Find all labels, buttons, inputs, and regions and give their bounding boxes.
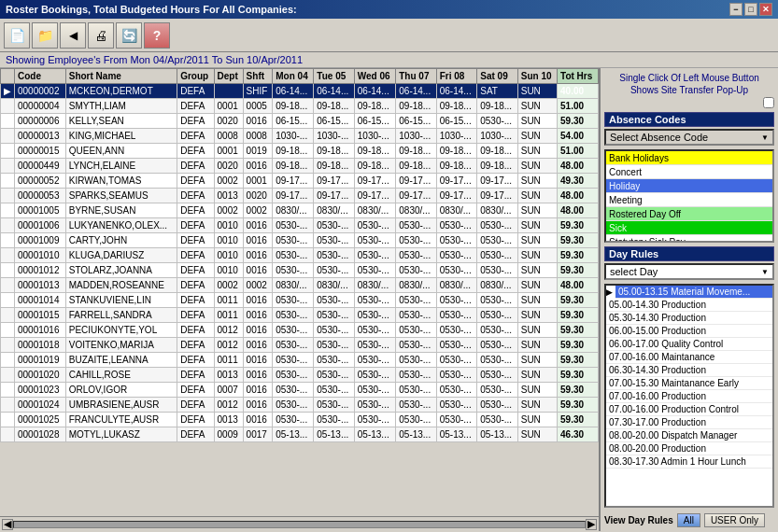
day-rule-7[interactable]: 07.00-15.30 Maintanance Early xyxy=(606,377,772,390)
col-thu[interactable]: Thu 07 xyxy=(396,69,436,84)
absence-sick[interactable]: Sick xyxy=(606,221,772,235)
table-row[interactable]: 00001014STANKUVIENE,LINDEFA001100160530-… xyxy=(1,293,599,308)
all-button[interactable]: All xyxy=(677,513,700,527)
absence-code-select[interactable]: Select Absence Code ▼ xyxy=(604,129,774,146)
user-only-button[interactable]: USER Only xyxy=(704,513,765,527)
day-rule-13[interactable]: 08.30-17.30 Admin 1 Hour Lunch xyxy=(606,455,772,469)
absence-meeting[interactable]: Meeting xyxy=(606,193,772,207)
table-row[interactable]: 00001024UMBRASIENE,AUSRDEFA001200160530-… xyxy=(1,398,599,413)
date-range-text: Showing Employee's From Mon 04/Apr/2011 … xyxy=(6,54,303,65)
absence-holiday[interactable]: Holiday xyxy=(606,179,772,193)
col-tot[interactable]: Tot Hrs xyxy=(558,69,599,84)
day-rules-header: Day Rules xyxy=(604,246,774,261)
table-row[interactable]: 00000013KING,MICHAELDEFA000800081030-...… xyxy=(1,129,599,144)
table-row[interactable]: 00001020CAHILL,ROSEDEFA001300160530-...0… xyxy=(1,368,599,383)
roster-table-container[interactable]: Code Short Name Group Dept Shft Mon 04 T… xyxy=(0,68,599,516)
table-row[interactable]: 00001025FRANCULYTE,AUSRDEFA001300160530-… xyxy=(1,413,599,427)
table-row[interactable]: 00001009CARTY,JOHNDEFA001000160530-...05… xyxy=(1,233,599,248)
table-row[interactable]: 00001016PECIUKONYTE,YOLDEFA001200160530-… xyxy=(1,323,599,338)
refresh-button[interactable]: 🔄 xyxy=(116,22,142,49)
close-button[interactable]: ✕ xyxy=(759,3,772,16)
table-row[interactable]: 00001019BUZAITE,LEANNADEFA001100160530-.… xyxy=(1,353,599,368)
scroll-right-btn[interactable]: ▶ xyxy=(586,519,597,530)
info-bar: Showing Employee's From Mon 04/Apr/2011 … xyxy=(0,52,778,68)
table-row[interactable]: 00001023ORLOV,IGORDEFA000700160530-...05… xyxy=(1,383,599,398)
table-row[interactable]: 00000052KIRWAN,TOMASDEFA0002000109-17...… xyxy=(1,174,599,189)
back-button[interactable]: ◀ xyxy=(60,22,86,49)
absence-rostered-day-off[interactable]: Rostered Day Off xyxy=(606,207,772,221)
col-group[interactable]: Group xyxy=(177,69,214,84)
absence-statutory-sick-pay[interactable]: Statutory Sick Pay xyxy=(606,235,772,243)
view-day-rules-label: View Day Rules xyxy=(604,515,673,525)
absence-select-label: Select Absence Code xyxy=(610,132,708,143)
table-row[interactable]: 00001015FARRELL,SANDRADEFA001100160530-.… xyxy=(1,308,599,323)
roster-panel: Code Short Name Group Dept Shft Mon 04 T… xyxy=(0,68,601,531)
day-rule-0[interactable]: 05.00-13.15 Material Moveme... xyxy=(615,286,772,299)
select-day-dropdown[interactable]: select Day ▼ xyxy=(604,263,774,280)
day-rule-9[interactable]: 07.00-16.00 Production Control xyxy=(606,403,772,416)
table-row[interactable]: 00001012STOLARZ,JOANNADEFA001000160530-.… xyxy=(1,263,599,278)
table-row[interactable]: 00000053SPARKS,SEAMUSDEFA0013002009-17..… xyxy=(1,189,599,203)
day-rule-10[interactable]: 07.30-17.00 Production xyxy=(606,416,772,429)
minimize-button[interactable]: − xyxy=(729,3,743,16)
day-rule-5[interactable]: 07.00-16.00 Maintanance xyxy=(606,351,772,364)
table-row[interactable]: ▶00000002MCKEON,DERMOTDEFASHIF06-14...06… xyxy=(1,84,599,99)
table-row[interactable]: 00001013MADDEN,ROSEANNEDEFA000200020830/… xyxy=(1,278,599,293)
col-shft[interactable]: Shft xyxy=(243,69,273,84)
col-dept[interactable]: Dept xyxy=(214,69,243,84)
day-rule-2[interactable]: 05.30-14.30 Production xyxy=(606,312,772,325)
day-rules-list[interactable]: ▶ 05.00-13.15 Material Moveme... 05.00-1… xyxy=(604,284,774,508)
col-sun[interactable]: Sun 10 xyxy=(517,69,557,84)
table-row[interactable]: 00001005BYRNE,SUSANDEFA000200020830/...0… xyxy=(1,203,599,218)
help-button[interactable]: ? xyxy=(144,22,170,49)
absence-section: Absence Codes Select Absence Code ▼ Bank… xyxy=(604,112,774,243)
day-rule-indicator: ▶ xyxy=(606,287,615,297)
col-fri[interactable]: Fri 08 xyxy=(436,69,476,84)
absence-bank-holidays[interactable]: Bank Holidays xyxy=(606,151,772,165)
absence-concert[interactable]: Concert xyxy=(606,165,772,179)
hint-line1: Single Click Of Left Mouse Button xyxy=(604,72,774,84)
day-rule-6[interactable]: 06.30-14.30 Production xyxy=(606,364,772,377)
window-controls: − □ ✕ xyxy=(729,3,772,16)
select-day-label: select Day xyxy=(610,266,658,277)
table-row[interactable]: 00001028MOTYL,LUKASZDEFA0009001705-13...… xyxy=(1,427,599,442)
new-button[interactable]: 📄 xyxy=(4,22,30,49)
table-row[interactable]: 00001010KLUGA,DARIUSZDEFA001000160530-..… xyxy=(1,248,599,263)
toolbar: 📄 📁 ◀ 🖨 🔄 ? xyxy=(0,19,778,52)
table-row[interactable]: 00001018VOITENKO,MARIJADEFA001200160530-… xyxy=(1,338,599,353)
day-rule-4[interactable]: 06.00-17.00 Quality Control xyxy=(606,338,772,351)
maximize-button[interactable]: □ xyxy=(744,3,757,16)
site-transfer-checkbox[interactable] xyxy=(763,97,774,108)
scroll-left-btn[interactable]: ◀ xyxy=(2,519,13,530)
table-row[interactable]: 00000449LYNCH,ELAINEDEFA0020001609-18...… xyxy=(1,159,599,174)
view-day-rules-bar: View Day Rules All USER Only xyxy=(604,513,774,527)
day-rule-8[interactable]: 07.00-16.00 Production xyxy=(606,390,772,403)
roster-table: Code Short Name Group Dept Shft Mon 04 T… xyxy=(0,68,599,442)
col-wed[interactable]: Wed 06 xyxy=(354,69,395,84)
select-day-arrow: ▼ xyxy=(761,268,769,276)
day-rule-11[interactable]: 08.00-20.00 Dispatch Manager xyxy=(606,429,772,442)
col-code[interactable]: Code xyxy=(15,69,66,84)
col-tue[interactable]: Tue 05 xyxy=(314,69,354,84)
table-row[interactable]: 00001006LUKYANENKO,OLEX...DEFA0010001605… xyxy=(1,218,599,233)
col-name[interactable]: Short Name xyxy=(65,69,177,84)
col-mon[interactable]: Mon 04 xyxy=(273,69,314,84)
absence-codes-header: Absence Codes xyxy=(604,112,774,127)
open-button[interactable]: 📁 xyxy=(32,22,58,49)
hint-text: Single Click Of Left Mouse Button Shows … xyxy=(604,72,774,108)
day-rules-section: Day Rules select Day ▼ ▶ 05.00-13.15 Mat… xyxy=(604,246,774,508)
horizontal-scrollbar[interactable]: ◀ ▶ xyxy=(0,516,599,531)
window-title: Roster Bookings, Total Budgeted Hours Fo… xyxy=(6,4,297,15)
col-sat[interactable]: Sat 09 xyxy=(477,69,517,84)
title-bar: Roster Bookings, Total Budgeted Hours Fo… xyxy=(0,0,778,19)
day-rule-3[interactable]: 06.00-15.00 Production xyxy=(606,325,772,338)
table-row[interactable]: 00000004SMYTH,LIAMDEFA0001000509-18...09… xyxy=(1,99,599,114)
print-button[interactable]: 🖨 xyxy=(88,22,114,49)
table-header-row: Code Short Name Group Dept Shft Mon 04 T… xyxy=(1,69,599,84)
absence-codes-list[interactable]: Bank Holidays Concert Holiday Meeting Ro… xyxy=(604,149,774,243)
day-rule-1[interactable]: 05.00-14.30 Production xyxy=(606,299,772,312)
day-rule-12[interactable]: 08.00-20.00 Production xyxy=(606,442,772,455)
table-row[interactable]: 00000015QUEEN,ANNDEFA0001001909-18...09-… xyxy=(1,144,599,159)
table-row[interactable]: 00000006KELLY,SEANDEFA0020001606-15...06… xyxy=(1,114,599,129)
scroll-track[interactable] xyxy=(13,521,586,528)
